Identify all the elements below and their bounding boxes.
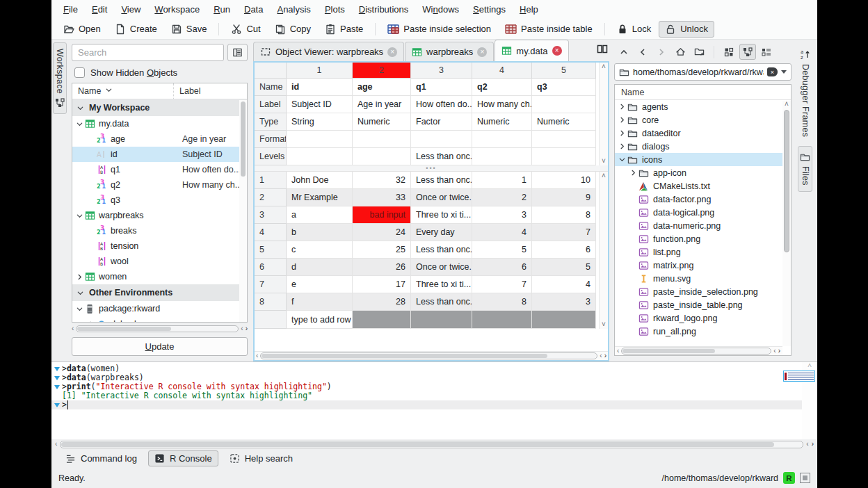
- data-cell[interactable]: 7: [532, 224, 596, 241]
- scrollbar-thumb[interactable]: [784, 110, 789, 252]
- meta-cell[interactable]: q1: [411, 79, 472, 96]
- data-cell[interactable]: 5: [532, 259, 596, 276]
- workspace-vscrollbar[interactable]: [239, 100, 247, 322]
- close-tab-icon[interactable]: ×: [552, 46, 562, 56]
- dock-tab-files[interactable]: Files: [798, 146, 812, 192]
- object-list-header[interactable]: Name Label: [72, 83, 247, 99]
- file-item-run_all.png[interactable]: run_all.png: [615, 325, 791, 338]
- console-hscrollbar[interactable]: ‹ ‹ ›: [51, 439, 817, 449]
- filter-button[interactable]: [227, 44, 248, 61]
- data-cell[interactable]: 6: [532, 241, 596, 259]
- meta-cell[interactable]: [353, 148, 411, 165]
- file-item-agents[interactable]: agents: [615, 100, 791, 113]
- column-header-1[interactable]: 1: [287, 63, 353, 79]
- data-cell[interactable]: Once or twice...: [411, 189, 472, 206]
- files-hscrollbar[interactable]: ‹ ‹ ›: [615, 346, 782, 355]
- search-input[interactable]: [72, 44, 224, 61]
- column-header-3[interactable]: 3: [411, 63, 472, 79]
- toolbar-paste-inside-selection-button[interactable]: Paste inside selection: [381, 21, 497, 38]
- expander-chevron-right-icon[interactable]: [618, 129, 626, 137]
- menu-settings[interactable]: Settings: [467, 2, 512, 17]
- column-header-2[interactable]: 2: [353, 63, 411, 79]
- data-cell[interactable]: a: [287, 206, 353, 224]
- meta-cell[interactable]: age: [353, 79, 411, 96]
- meta-cell[interactable]: [532, 96, 596, 113]
- expander-chevron-down-icon[interactable]: [618, 156, 626, 163]
- file-item-dialogs[interactable]: dialogs: [615, 140, 791, 153]
- meta-cell[interactable]: How often do...: [411, 96, 472, 113]
- scrollbar-thumb[interactable]: [61, 442, 773, 447]
- expander-chevron-right-icon[interactable]: [87, 320, 95, 323]
- meta-row-header-levels[interactable]: Levels: [255, 148, 287, 165]
- menu-distributions[interactable]: Distributions: [353, 2, 415, 17]
- file-item-data-logical.png[interactable]: data-logical.png: [615, 206, 791, 219]
- workspace-hscrollbar[interactable]: ‹ ‹ ›: [72, 325, 248, 333]
- data-cell[interactable]: c: [287, 241, 353, 259]
- data-cell[interactable]: e: [287, 276, 353, 293]
- tree-item-q2[interactable]: 231q2How many ch...: [72, 177, 247, 193]
- meta-cell[interactable]: Age in year: [353, 96, 411, 113]
- data-cell[interactable]: 7: [472, 276, 532, 293]
- column-header-5[interactable]: 5: [532, 63, 596, 79]
- expander-chevron-down-icon[interactable]: [75, 305, 83, 313]
- meta-cell[interactable]: id: [287, 79, 353, 96]
- toolbar-paste-inside-table-button[interactable]: Paste inside table: [499, 21, 599, 38]
- meta-cell[interactable]: [353, 131, 411, 148]
- tree-item-my.data[interactable]: my.data: [72, 116, 247, 131]
- data-cell[interactable]: 33: [353, 189, 411, 206]
- folder-new-button[interactable]: [691, 44, 707, 60]
- tree-item-wool[interactable]: ABwool: [72, 254, 247, 269]
- row-header-7[interactable]: 7: [255, 276, 287, 293]
- tree-item-id[interactable]: AidSubject ID: [72, 147, 247, 162]
- row-header-5[interactable]: 5: [255, 241, 287, 259]
- scroll-left-icon[interactable]: ‹: [256, 352, 258, 359]
- view-tree-button[interactable]: [739, 44, 756, 60]
- toolbar-lock-button[interactable]: Lock: [611, 21, 657, 38]
- scroll-right-icon[interactable]: ›: [812, 441, 814, 448]
- editor-hscrollbar[interactable]: ‹ ‹ ›: [255, 351, 608, 360]
- scrollbar-thumb[interactable]: [622, 349, 715, 353]
- meta-cell[interactable]: Numeric: [472, 113, 532, 131]
- close-tab-icon[interactable]: ×: [387, 47, 397, 57]
- meta-cell[interactable]: [411, 131, 472, 148]
- data-cell[interactable]: b: [287, 224, 353, 241]
- scroll-right-icon[interactable]: ›: [246, 325, 248, 332]
- file-item-CMakeLists.txt[interactable]: CMakeLists.txt: [615, 179, 791, 193]
- meta-row-header-format[interactable]: Format: [255, 131, 287, 148]
- data-cell[interactable]: 24: [353, 224, 411, 241]
- expander-chevron-down-icon[interactable]: [75, 212, 83, 220]
- split-icon[interactable]: [597, 44, 608, 54]
- scrollbar-thumb[interactable]: [241, 101, 246, 177]
- tree-section-my-workspace[interactable]: My Workspace: [72, 99, 247, 116]
- data-cell[interactable]: Three to xi ti...: [411, 276, 472, 293]
- data-cell[interactable]: Less than onc...: [411, 293, 472, 311]
- update-button[interactable]: Update: [72, 337, 248, 356]
- menu-help[interactable]: Help: [513, 2, 545, 17]
- file-item-dataeditor[interactable]: dataeditor: [615, 127, 791, 140]
- data-cell[interactable]: 8: [472, 293, 532, 311]
- data-cell[interactable]: 6: [472, 259, 532, 276]
- data-cell[interactable]: Once or twice...: [411, 259, 472, 276]
- column-header-4[interactable]: 4: [472, 63, 532, 79]
- view-grid-button[interactable]: [721, 44, 737, 60]
- scroll-left-icon[interactable]: ‹: [55, 441, 57, 448]
- file-item-app-icon[interactable]: app-icon: [615, 166, 791, 179]
- row-header-8[interactable]: 8: [255, 293, 287, 311]
- tree-item-age[interactable]: 231ageAge in year: [72, 131, 247, 147]
- r-console-view[interactable]: > data (women)> data (warpbreaks)> print…: [51, 361, 817, 439]
- data-cell[interactable]: Three to xi ti...: [411, 206, 472, 224]
- split-view-button[interactable]: [595, 42, 609, 58]
- row-header-1[interactable]: 1: [255, 172, 287, 189]
- file-item-function.png[interactable]: function.png: [615, 232, 791, 245]
- toolbar-unlock-button[interactable]: Unlock: [659, 21, 714, 38]
- file-item-data-factor.png[interactable]: data-factor.png: [615, 193, 791, 206]
- workspace-dock-tab[interactable]: Workspace: [53, 42, 67, 114]
- document-tab-warpbreaks[interactable]: warpbreaks×: [405, 42, 494, 61]
- data-cell[interactable]: 5: [472, 241, 532, 259]
- tree-section-other-environments[interactable]: Other Environments: [72, 284, 247, 301]
- meta-cell[interactable]: Less than onc...: [411, 148, 472, 165]
- dock-tab-debugger-frames[interactable]: azDebugger Frames: [798, 42, 813, 143]
- meta-cell[interactable]: [532, 148, 596, 165]
- data-cell[interactable]: d: [287, 259, 353, 276]
- expander-chevron-right-icon[interactable]: [75, 273, 83, 281]
